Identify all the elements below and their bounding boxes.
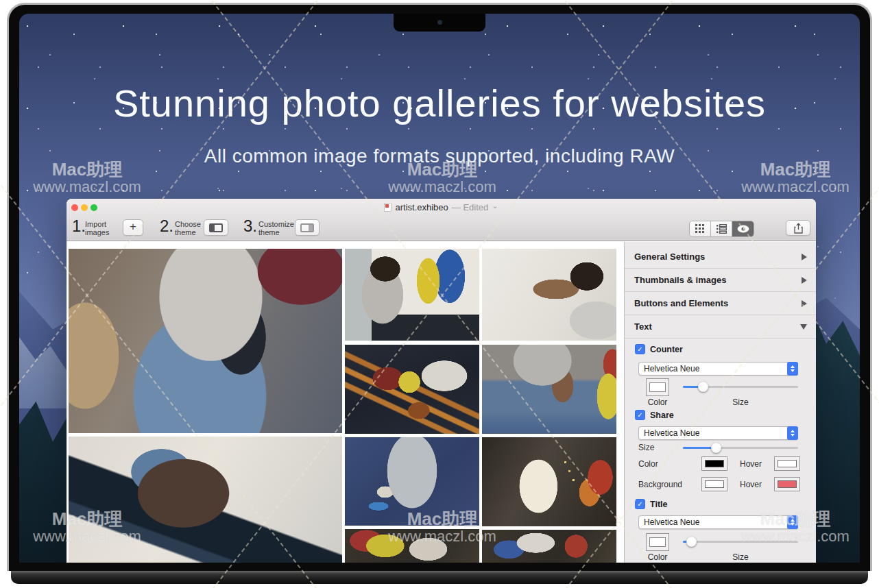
theme-sidebar-left-icon [209, 223, 223, 232]
share-icon [794, 223, 803, 234]
gallery-photo-6[interactable] [345, 529, 479, 563]
share-checkbox[interactable]: ✓ [635, 410, 645, 420]
step-1-number: 1. [72, 217, 86, 236]
view-mode-segmented-control [689, 221, 754, 237]
share-color-swatch[interactable] [701, 456, 727, 471]
document-name: artist.exhibeo [395, 202, 448, 212]
choose-theme-button[interactable] [204, 219, 228, 236]
photo-gallery-preview [67, 242, 624, 563]
laptop-screen: Stunning photo galleries for websites Al… [19, 14, 860, 563]
preview-view-button[interactable] [732, 221, 754, 236]
settings-sidebar: General Settings Thumbnails & images But… [624, 242, 816, 563]
gallery-photo-10[interactable] [482, 530, 616, 563]
gallery-photo-1[interactable] [69, 249, 342, 433]
hero-subtitle: All common image formats supported, incl… [19, 145, 860, 167]
hero-title: Stunning photo galleries for websites [19, 81, 860, 125]
list-view-button[interactable] [711, 221, 732, 236]
stepper-icon [787, 362, 798, 376]
disclosure-down-icon [800, 324, 807, 330]
screenshot-stage: Stunning photo galleries for websites Al… [0, 0, 879, 588]
share-font-select[interactable]: Helvetica Neue [638, 426, 798, 440]
gallery-photo-7[interactable] [482, 249, 616, 341]
counter-checkbox[interactable]: ✓ [635, 344, 645, 354]
share-background-label: Background [638, 480, 682, 489]
counter-font-select[interactable]: Helvetica Neue [638, 362, 798, 376]
plus-icon: + [130, 220, 136, 234]
share-background-hover-swatch[interactable] [774, 477, 800, 491]
camera-icon [437, 20, 442, 25]
counter-label: Counter [650, 345, 683, 354]
laptop-base [11, 571, 868, 584]
slider-thumb[interactable] [698, 382, 708, 392]
share-size-slider[interactable] [683, 447, 798, 449]
step-2-number: 2. [160, 217, 173, 236]
share-button[interactable] [786, 220, 810, 236]
grid-view-button[interactable] [690, 221, 711, 236]
window-header: artist.exhibeo — Edited ⌄ 1. Import imag… [67, 199, 816, 241]
share-background-swatch[interactable] [701, 477, 727, 491]
customize-theme-button[interactable] [295, 219, 320, 236]
share-label: Share [650, 411, 674, 420]
slider-thumb[interactable] [686, 537, 697, 547]
title-font-select[interactable]: Helvetica Neue [638, 515, 798, 529]
camera-notch [394, 14, 485, 32]
step-2-label: Choose theme [175, 220, 201, 236]
title-color-label: Color [643, 552, 672, 562]
theme-sidebar-right-icon [300, 223, 314, 232]
section-thumbnails-images[interactable]: Thumbnails & images [625, 269, 816, 292]
gallery-photo-2[interactable] [69, 437, 342, 563]
grid-icon [695, 224, 705, 234]
share-background-hover-label: Hover [740, 480, 762, 489]
share-hover-label: Hover [740, 459, 762, 469]
step-3-label: Customize theme [258, 220, 294, 236]
title-checkbox[interactable]: ✓ [635, 499, 645, 509]
title-color-well[interactable] [646, 533, 669, 551]
share-size-label: Size [638, 443, 654, 452]
section-buttons-elements[interactable]: Buttons and Elements [625, 292, 816, 315]
gallery-photo-4[interactable] [345, 345, 479, 434]
gallery-photo-8[interactable] [482, 345, 616, 434]
disclosure-right-icon [802, 254, 807, 260]
title-label: Title [650, 500, 667, 509]
section-general-settings[interactable]: General Settings [625, 245, 816, 269]
list-icon [717, 224, 727, 234]
counter-color-well[interactable] [646, 378, 669, 396]
document-icon [384, 203, 392, 212]
slider-thumb[interactable] [711, 443, 721, 453]
counter-size-slider[interactable] [683, 386, 798, 388]
counter-color-label: Color [643, 397, 672, 407]
stepper-icon [787, 426, 798, 440]
import-images-button[interactable]: + [123, 219, 143, 236]
counter-size-label: Size [720, 397, 761, 407]
window-title: artist.exhibeo — Edited ⌄ [67, 202, 816, 212]
title-size-label: Size [720, 552, 761, 562]
app-window: artist.exhibeo — Edited ⌄ 1. Import imag… [67, 199, 816, 563]
step-1-label: Import images [85, 220, 109, 236]
gallery-photo-9[interactable] [482, 437, 616, 526]
title-size-slider[interactable] [683, 541, 798, 543]
share-hover-color-swatch[interactable] [774, 456, 800, 471]
eye-icon [737, 225, 749, 233]
share-color-label: Color [638, 459, 658, 469]
stepper-icon [787, 515, 798, 529]
section-text[interactable]: Text [625, 315, 816, 339]
title-chevron-icon[interactable]: ⌄ [492, 201, 498, 210]
step-3-number: 3. [243, 217, 257, 236]
gallery-photo-3[interactable] [345, 249, 479, 341]
disclosure-right-icon [802, 277, 807, 284]
gallery-photo-5[interactable] [345, 437, 479, 526]
disclosure-right-icon [802, 300, 807, 307]
document-status: — Edited [452, 202, 488, 212]
